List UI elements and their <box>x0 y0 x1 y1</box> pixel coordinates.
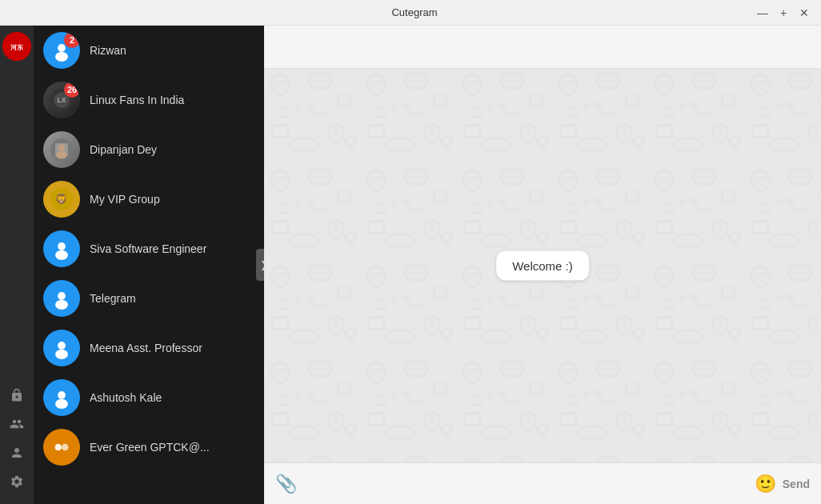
chat-header <box>264 26 821 69</box>
close-button[interactable]: ✕ <box>797 6 811 20</box>
chat-info-vip: My VIP Group <box>90 192 254 206</box>
minimize-button[interactable]: — <box>755 6 770 20</box>
svg-text:🦁: 🦁 <box>56 193 69 206</box>
title-bar: Cutegram — + ✕ <box>0 0 821 26</box>
welcome-bubble: Welcome :) <box>496 251 589 281</box>
svg-point-16 <box>55 250 68 260</box>
svg-text:LX: LX <box>58 96 66 104</box>
chat-list-inner: 2 Rizwan LX 26 <box>34 26 264 504</box>
chat-body: Welcome :) <box>264 69 821 462</box>
svg-point-27 <box>54 444 62 451</box>
chat-info-rizwan: Rizwan <box>90 43 254 58</box>
chat-name-evergreen: Ever Green GPTCK@... <box>90 441 210 454</box>
chat-list: 2 Rizwan LX 26 <box>34 26 264 504</box>
avatar-vip: 🦁 <box>43 181 80 218</box>
send-button[interactable]: Send <box>783 478 810 490</box>
avatar-ashutosh <box>43 379 80 416</box>
maximize-button[interactable]: + <box>776 6 791 20</box>
chat-item-dipanjan[interactable]: Dipanjan Dey <box>34 125 264 174</box>
svg-point-19 <box>55 300 68 310</box>
avatar-telegram <box>43 280 80 317</box>
lock-icon[interactable] <box>4 382 30 408</box>
chat-name-meena: Meena Asst. Professor <box>90 342 202 354</box>
svg-point-15 <box>58 242 66 250</box>
badge-linux: 26 <box>64 82 80 98</box>
svg-point-28 <box>62 444 69 451</box>
avatar-siva <box>43 230 80 267</box>
svg-text:河东: 河东 <box>10 43 24 51</box>
collapse-button[interactable]: ❯ <box>256 249 264 281</box>
svg-point-18 <box>58 292 66 300</box>
chat-name-siva: Siva Software Engineer <box>90 242 206 255</box>
chat-name-vip: My VIP Group <box>90 193 160 206</box>
chat-name-rizwan: Rizwan <box>90 44 126 57</box>
sidebar-icons: 河东 <box>0 26 34 504</box>
svg-point-25 <box>55 399 68 409</box>
chat-item-vip[interactable]: 🦁 My VIP Group <box>34 174 264 224</box>
profile-icon[interactable] <box>4 440 30 466</box>
chat-item-rizwan[interactable]: 2 Rizwan <box>34 26 264 75</box>
chat-item-siva[interactable]: Siva Software Engineer <box>34 224 264 274</box>
chat-name-dipanjan: Dipanjan Dey <box>90 143 157 156</box>
chat-info-dipanjan: Dipanjan Dey <box>90 142 254 157</box>
settings-icon[interactable] <box>4 469 30 494</box>
window-controls: — + ✕ <box>755 6 811 20</box>
chat-item-meena[interactable]: Meena Asst. Professor <box>34 323 264 373</box>
svg-point-4 <box>55 52 68 62</box>
badge-rizwan: 2 <box>64 32 80 48</box>
svg-point-11 <box>56 151 66 159</box>
chat-info-evergreen: Ever Green GPTCK@... <box>90 440 254 454</box>
svg-point-24 <box>58 391 66 399</box>
contacts-icon[interactable] <box>4 411 30 437</box>
app-logo: 河东 <box>2 32 31 61</box>
avatar-rizwan: 2 <box>43 32 80 69</box>
avatar-evergreen <box>43 429 80 466</box>
chat-area: Welcome :) 📎 🙂 Send <box>264 26 821 504</box>
svg-point-22 <box>55 350 68 359</box>
svg-point-10 <box>58 144 66 151</box>
main-area: 河东 2 Rizwan <box>0 26 821 504</box>
chat-info-siva: Siva Software Engineer <box>90 242 254 256</box>
svg-point-21 <box>58 342 66 350</box>
avatar-linux: LX 26 <box>43 82 80 118</box>
chat-item-linux[interactable]: LX 26 Linux Fans In India <box>34 75 264 125</box>
chat-footer: 📎 🙂 Send <box>264 462 821 504</box>
attach-icon[interactable]: 📎 <box>275 474 297 494</box>
chat-item-telegram[interactable]: Telegram <box>34 274 264 323</box>
chat-name-ashutosh: Ashutosh Kale <box>90 391 162 404</box>
chat-info-meena: Meena Asst. Professor <box>90 341 254 355</box>
emoji-icon[interactable]: 🙂 <box>755 474 776 494</box>
chat-info-linux: Linux Fans In India <box>90 93 254 107</box>
chat-item-ashutosh[interactable]: Ashutosh Kale <box>34 373 264 422</box>
chat-name-telegram: Telegram <box>90 292 136 305</box>
chat-info-ashutosh: Ashutosh Kale <box>90 390 254 405</box>
chat-name-linux: Linux Fans In India <box>90 94 184 106</box>
chat-item-evergreen[interactable]: Ever Green GPTCK@... <box>34 422 264 472</box>
svg-point-3 <box>58 44 66 52</box>
chat-info-telegram: Telegram <box>90 291 254 306</box>
app-title: Cutegram <box>74 6 755 18</box>
avatar-dipanjan <box>43 131 80 168</box>
welcome-text: Welcome :) <box>512 259 573 273</box>
avatar-meena <box>43 330 80 366</box>
